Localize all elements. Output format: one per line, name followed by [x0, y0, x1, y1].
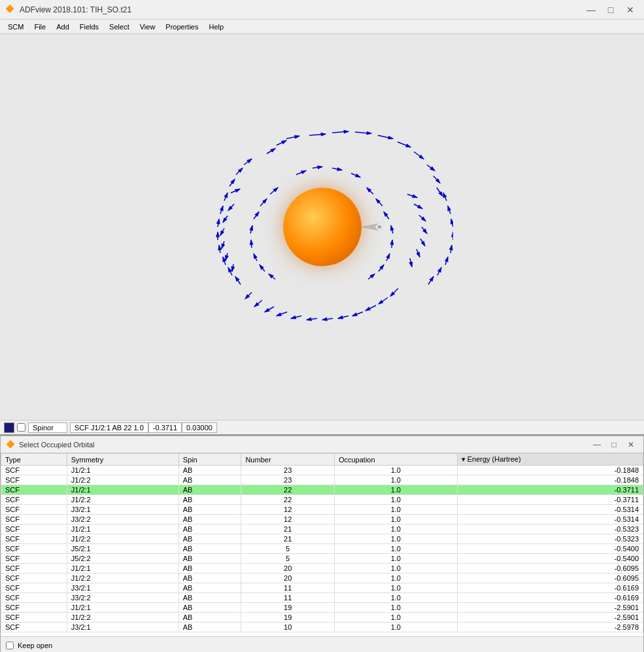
table-cell: 20	[241, 564, 335, 574]
menu-item-select[interactable]: Select	[104, 20, 135, 33]
panel-maximize-button[interactable]: □	[607, 439, 621, 451]
svg-line-37	[307, 318, 317, 320]
table-cell: SCF	[1, 544, 67, 554]
table-cell: -0.5314	[457, 515, 643, 524]
menu-item-properties[interactable]: Properties	[160, 20, 203, 33]
table-row[interactable]: SCFJ5/2:1AB51.0-0.5400	[1, 544, 643, 554]
svg-line-42	[379, 298, 388, 304]
table-row[interactable]: SCFJ3/2:2AB111.0-0.6169	[1, 593, 643, 603]
table-cell: -0.3711	[457, 485, 643, 495]
table-cell: J1/2:2	[67, 574, 178, 583]
table-cell: -0.1848	[457, 475, 643, 485]
svg-line-14	[433, 176, 440, 183]
window-title: ADFview 2018.101: TIH_SO.t21	[20, 5, 583, 14]
svg-line-22	[228, 267, 232, 275]
menu-item-add[interactable]: Add	[51, 20, 75, 33]
table-row[interactable]: SCFJ1/2:1AB231.0-0.1848	[1, 466, 643, 475]
table-cell: -0.5323	[457, 534, 643, 544]
table-header-row: Type Symmetry Spin Number Occupation ▾ E…	[1, 454, 643, 466]
svg-line-6	[414, 152, 424, 159]
maximize-button[interactable]: □	[602, 3, 619, 16]
table-cell: J1/2:1	[67, 466, 178, 475]
table-cell: 21	[241, 524, 335, 534]
table-row[interactable]: SCFJ1/2:2AB211.0-0.5323	[1, 534, 643, 544]
keep-open-checkbox[interactable]	[6, 642, 14, 649]
svg-line-50	[260, 265, 265, 271]
status-orbital-label: Spinor	[28, 422, 67, 433]
svg-line-44	[270, 188, 278, 194]
close-button[interactable]: ✕	[622, 3, 639, 16]
svg-line-76	[420, 239, 425, 246]
table-cell: AB	[178, 593, 241, 603]
svg-line-28	[450, 245, 452, 253]
svg-line-46	[254, 212, 259, 219]
table-cell: 11	[241, 583, 335, 593]
table-cell: AB	[178, 564, 241, 574]
table-cell: J3/2:2	[67, 593, 178, 603]
table-row[interactable]: SCFJ1/2:1AB191.0-2.5901	[1, 603, 643, 613]
table-row[interactable]: SCFJ1/2:2AB191.0-2.5901	[1, 613, 643, 623]
col-header-symmetry[interactable]: Symmetry	[67, 454, 178, 466]
table-cell: J3/2:1	[67, 583, 178, 593]
status-bar: Spinor SCF J1/2:1 AB 22 1.0 -0.3711 0.03…	[0, 420, 644, 436]
table-cell: 1.0	[334, 505, 457, 515]
menu-item-file[interactable]: File	[29, 20, 51, 33]
cursor-indicator	[362, 222, 381, 232]
col-header-occupation[interactable]: Occupation	[334, 454, 457, 466]
table-cell: AB	[178, 534, 241, 544]
table-row[interactable]: SCFJ3/2:1AB101.0-2.5978	[1, 623, 643, 632]
table-cell: 12	[241, 505, 335, 515]
svg-line-24	[443, 193, 447, 201]
table-cell: AB	[178, 466, 241, 475]
svg-line-39	[338, 316, 348, 318]
status-checkbox[interactable]	[17, 423, 25, 432]
panel-minimize-button[interactable]: —	[590, 439, 604, 451]
table-cell: SCF	[1, 505, 67, 515]
table-cell: SCF	[1, 466, 67, 475]
table-row[interactable]: SCFJ1/2:1AB221.0-0.3711	[1, 485, 643, 495]
table-row[interactable]: SCFJ1/2:2AB221.0-0.3711	[1, 495, 643, 505]
minimize-button[interactable]: —	[583, 3, 600, 16]
svg-line-1	[309, 134, 326, 135]
table-cell: 1.0	[334, 524, 457, 534]
svg-marker-86	[362, 224, 378, 230]
table-cell: J1/2:1	[67, 485, 178, 495]
col-header-spin[interactable]: Spin	[178, 454, 241, 466]
col-header-energy[interactable]: ▾ Energy (Hartree)	[457, 454, 643, 466]
table-row[interactable]: SCFJ1/2:2AB201.0-0.6095	[1, 574, 643, 583]
menu-item-fields[interactable]: Fields	[75, 20, 104, 33]
orbital-table: Type Symmetry Spin Number Occupation ▾ E…	[1, 453, 643, 632]
svg-line-85	[232, 264, 233, 271]
status-energy: -0.3711	[148, 422, 182, 433]
svg-line-9	[267, 148, 275, 154]
table-row[interactable]: SCFJ1/2:1AB201.0-0.6095	[1, 564, 643, 574]
svg-line-43	[390, 288, 398, 296]
menu-item-view[interactable]: View	[135, 20, 161, 33]
svg-line-82	[220, 228, 224, 235]
table-row[interactable]: SCFJ1/2:2AB231.0-0.1848	[1, 475, 643, 485]
3d-visualization	[192, 96, 453, 358]
table-row[interactable]: SCFJ3/2:2AB121.0-0.5314	[1, 515, 643, 524]
status-color-box	[4, 422, 14, 433]
table-row[interactable]: SCFJ1/2:1AB211.0-0.5323	[1, 524, 643, 534]
col-header-type[interactable]: Type	[1, 454, 67, 466]
table-cell: AB	[178, 613, 241, 623]
col-header-number[interactable]: Number	[241, 454, 335, 466]
svg-line-77	[416, 249, 420, 257]
table-cell: 1.0	[334, 603, 457, 613]
menu-item-help[interactable]: Help	[203, 20, 229, 33]
table-cell: 21	[241, 534, 335, 544]
table-row[interactable]: SCFJ5/2:2AB51.0-0.5400	[1, 554, 643, 564]
table-cell: SCF	[1, 515, 67, 524]
table-cell: AB	[178, 515, 241, 524]
table-row[interactable]: SCFJ3/2:1AB111.0-0.6169	[1, 583, 643, 593]
table-row[interactable]: SCFJ3/2:1AB121.0-0.5314	[1, 505, 643, 515]
menu-item-scm[interactable]: SCM	[3, 20, 29, 33]
orbital-table-container[interactable]: Type Symmetry Spin Number Occupation ▾ E…	[1, 453, 643, 636]
panel-close-button[interactable]: ✕	[624, 439, 638, 451]
table-cell: 1.0	[334, 593, 457, 603]
table-cell: -2.5901	[457, 613, 643, 623]
svg-line-3	[355, 132, 371, 133]
svg-line-34	[265, 307, 274, 312]
svg-line-54	[384, 212, 389, 219]
